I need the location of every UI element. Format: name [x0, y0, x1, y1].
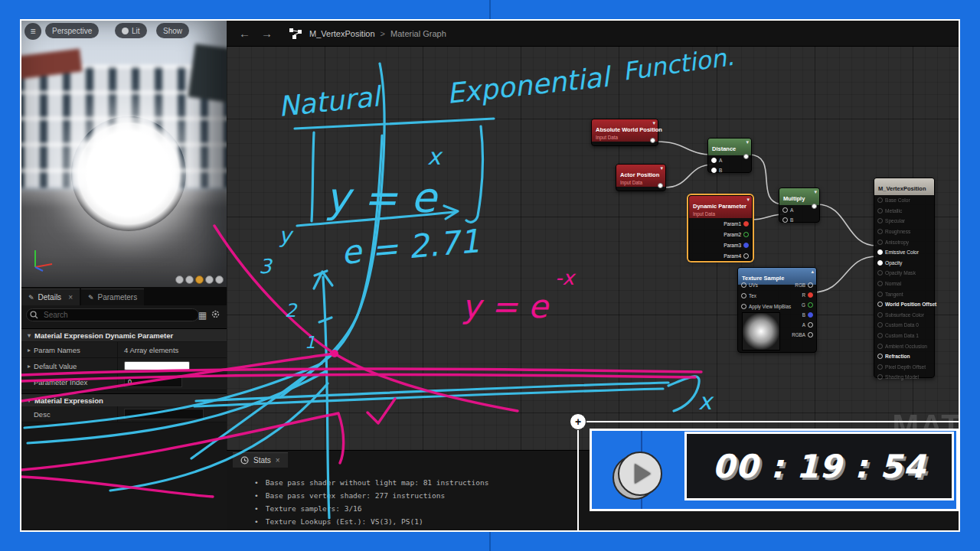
preview-shape-mesh-button[interactable]: [215, 276, 224, 284]
param1-pin[interactable]: [743, 221, 749, 227]
chevron-down-icon: ▾: [660, 165, 663, 171]
pin-icon: [877, 312, 883, 318]
tab-parameters[interactable]: ✎ Parameters: [81, 289, 144, 305]
output-pin[interactable]: [650, 138, 655, 143]
output-pin-row[interactable]: Base Color: [874, 195, 934, 206]
lit-bulb-icon: [122, 28, 129, 34]
node-wires: [227, 21, 959, 450]
column-view-icon[interactable]: ▦: [198, 309, 207, 321]
tab-stats[interactable]: Stats ×: [233, 452, 288, 468]
hamburger-icon: ≡: [30, 26, 35, 37]
param4-pin[interactable]: [743, 253, 749, 259]
show-button[interactable]: Show: [156, 23, 189, 38]
preview-shape-cube-button[interactable]: [205, 276, 214, 284]
output-pin[interactable]: [743, 154, 749, 159]
param2-pin[interactable]: [743, 232, 749, 237]
preview-shape-buttons: [175, 276, 224, 284]
uvs-pin[interactable]: [741, 282, 746, 288]
node-multiply[interactable]: Multiply▾ A B: [779, 187, 820, 223]
output-pin-row[interactable]: Subsurface Color: [874, 310, 934, 321]
pin-icon: [877, 292, 883, 297]
output-pin-row[interactable]: Anisotropy: [874, 236, 934, 247]
a-pin[interactable]: [808, 322, 813, 328]
default-value-color-swatch[interactable]: [124, 361, 190, 370]
output-pin-row[interactable]: Normal: [874, 279, 934, 289]
pin-icon: [877, 344, 883, 349]
lit-mode-button[interactable]: Lit: [115, 23, 147, 38]
output-pin-row[interactable]: Emissive Color: [874, 247, 934, 258]
rgba-pin[interactable]: [808, 332, 813, 337]
output-pin-row[interactable]: Opacity Mask: [874, 268, 934, 279]
graph-toolbar: ← → M_VertexPosition > Material Graph: [227, 21, 959, 47]
output-pin-row[interactable]: Ambient Occlusion: [874, 341, 934, 351]
forward-arrow-icon[interactable]: →: [261, 27, 273, 40]
output-pin-row[interactable]: Opacity: [874, 258, 934, 269]
material-graph-canvas[interactable]: ← → M_VertexPosition > Material Graph: [227, 21, 959, 450]
preview-shape-sphere-button[interactable]: [185, 276, 194, 284]
output-pin[interactable]: [812, 204, 817, 209]
bottom-bar-divider: [489, 532, 491, 551]
node-distance[interactable]: Distance▾ A B: [707, 138, 752, 173]
output-pin-row[interactable]: World Position Offset: [874, 299, 934, 310]
desc-input[interactable]: [124, 409, 204, 419]
input-pin-b[interactable]: [711, 168, 717, 173]
output-pin-row[interactable]: Metallic: [874, 206, 934, 217]
expand-arrow-icon[interactable]: ▸: [28, 363, 31, 370]
output-pin-row[interactable]: Custom Data 1: [874, 331, 934, 341]
pin-icon: [877, 333, 883, 338]
mipbias-pin[interactable]: [741, 304, 746, 309]
output-pin-row[interactable]: Tangent: [874, 289, 934, 299]
input-pin-a[interactable]: [711, 158, 717, 163]
viewport-menu-button[interactable]: ≡: [24, 23, 41, 40]
pin-icon: [877, 208, 883, 214]
preview-shape-cylinder-button[interactable]: [175, 276, 184, 284]
output-pin[interactable]: [658, 183, 663, 188]
output-pin-row[interactable]: Refraction: [874, 351, 934, 362]
preview-shape-plane-button[interactable]: [195, 276, 204, 284]
section-material-expression[interactable]: ▾ Material Expression: [21, 393, 227, 406]
output-pin-row[interactable]: Custom Data 0: [874, 320, 934, 331]
rgb-pin[interactable]: [808, 282, 813, 288]
tab-details[interactable]: ✎ Details ×: [21, 289, 80, 305]
node-texture-sample[interactable]: Texture Sample▴ UVs Tex Apply View MipBi…: [737, 267, 817, 353]
b-pin[interactable]: [808, 312, 813, 318]
expand-arrow-icon[interactable]: ▸: [28, 347, 31, 354]
output-pin-row[interactable]: Shading Model: [874, 372, 934, 383]
play-button[interactable]: [618, 452, 662, 496]
collapse-arrow-icon: ▾: [28, 332, 31, 339]
node-actor-position[interactable]: Actor Position▾Input Data: [616, 164, 666, 191]
input-pin-a[interactable]: [782, 207, 788, 213]
pin-icon: [877, 197, 883, 203]
stats-line: Texture samplers: 3/16: [254, 504, 362, 513]
node-m-vertexposition-output[interactable]: M_VertexPosition Base Color Metallic Spe…: [874, 178, 935, 378]
param3-pin[interactable]: [743, 243, 749, 248]
pin-icon: [877, 249, 883, 255]
search-input[interactable]: [26, 308, 199, 321]
timer-widget: 00 : 19 : 54: [590, 429, 959, 511]
node-absolute-world-position[interactable]: Absolute World Position▾Input Data: [591, 119, 658, 146]
material-preview-viewport[interactable]: ≡ Perspective Lit Show: [21, 21, 227, 287]
r-pin[interactable]: [808, 292, 813, 298]
timer-plus-handle[interactable]: +: [570, 413, 586, 430]
pin-icon: [877, 302, 883, 307]
node-dynamic-parameter[interactable]: Dynamic Parameter▾Input Data Param1 Para…: [688, 195, 753, 261]
timer-value: 00 : 19 : 54: [712, 448, 926, 485]
pin-icon: [877, 229, 883, 234]
breadcrumb-root[interactable]: M_VertexPosition: [309, 29, 375, 38]
section-material-expression-dynamic-parameter[interactable]: ▾ Material Expression Dynamic Parameter: [21, 328, 227, 341]
perspective-button[interactable]: Perspective: [45, 23, 99, 38]
top-bar-divider: [489, 0, 491, 19]
texture-preview-thumbnail: [742, 312, 780, 350]
back-arrow-icon[interactable]: ←: [239, 27, 250, 40]
output-pin-row[interactable]: Pixel Depth Offset: [874, 362, 934, 373]
close-tab-icon[interactable]: ×: [68, 293, 73, 302]
close-tab-icon[interactable]: ×: [276, 456, 280, 465]
pin-icon: [877, 260, 883, 266]
input-pin-b[interactable]: [782, 217, 788, 223]
output-pin-row[interactable]: Roughness: [874, 227, 934, 237]
parameter-index-input[interactable]: [124, 377, 182, 387]
tex-pin[interactable]: [741, 293, 746, 298]
settings-gear-icon[interactable]: [211, 309, 220, 319]
g-pin[interactable]: [808, 302, 813, 308]
output-pin-row[interactable]: Specular: [874, 216, 934, 227]
